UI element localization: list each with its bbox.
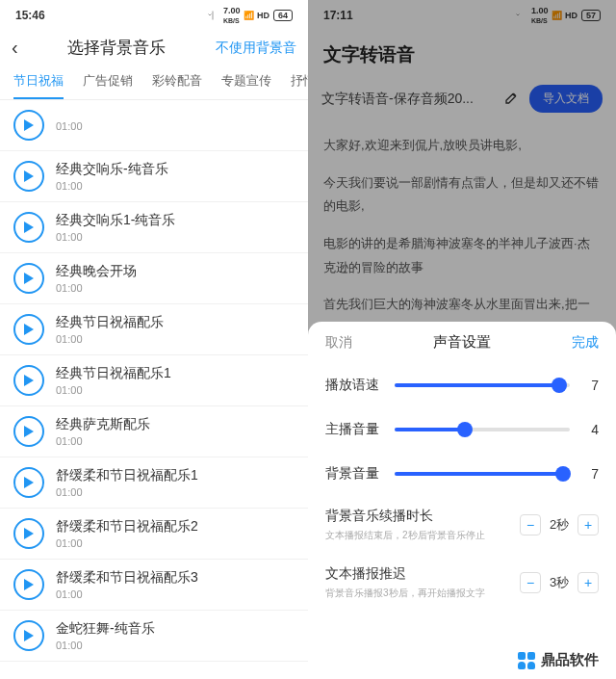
status-bar: 15:46 7.00KB/S 📶 HD 64 — [0, 0, 308, 29]
stepper-value: 2秒 — [547, 516, 572, 534]
item-title: 舒缓柔和节日祝福配乐3 — [56, 569, 295, 587]
play-icon[interactable] — [13, 263, 44, 294]
item-title: 经典节日祝福配乐 — [56, 314, 295, 331]
list-item[interactable]: 经典晚会开场01:00 — [0, 253, 308, 304]
list-item[interactable]: 经典节日祝福配乐101:00 — [0, 355, 308, 406]
play-icon[interactable] — [13, 518, 44, 549]
tab-3[interactable]: 专题宣传 — [221, 72, 271, 99]
item-duration: 01:00 — [56, 231, 295, 243]
tab-0[interactable]: 节日祝福 — [13, 72, 64, 99]
slider-row: 播放语速7 — [308, 363, 616, 407]
setting-row: 文本播报推迟背景音乐播报3秒后，再开始播报文字−3秒+ — [308, 554, 616, 612]
play-icon[interactable] — [13, 161, 44, 192]
play-icon[interactable] — [13, 110, 44, 141]
play-icon[interactable] — [13, 314, 44, 345]
setting-row: 背景音乐续播时长文本播报结束后，2秒后背景音乐停止−2秒+ — [308, 496, 616, 554]
minus-button[interactable]: − — [520, 514, 541, 535]
list-item[interactable]: 经典交响乐-纯音乐01:00 — [0, 151, 308, 202]
status-time: 15:46 — [15, 9, 45, 22]
slider-row: 背景音量7 — [308, 452, 616, 496]
slider-label: 主播音量 — [325, 421, 383, 438]
stepper-value: 3秒 — [547, 574, 572, 591]
tab-4[interactable]: 抒情叫 — [291, 72, 308, 99]
tabs: 节日祝福广告促销彩铃配音专题宣传抒情叫 — [0, 66, 308, 100]
setting-name: 背景音乐续播时长 — [325, 508, 520, 525]
stepper: −3秒+ — [520, 572, 599, 593]
header-title: 选择背景音乐 — [18, 37, 216, 59]
item-duration: 01:00 — [56, 282, 295, 294]
setting-name: 文本播报推迟 — [325, 565, 520, 583]
play-icon[interactable] — [13, 467, 44, 498]
play-icon[interactable] — [13, 212, 44, 243]
slider-track[interactable] — [395, 472, 570, 476]
item-title: 经典晚会开场 — [56, 263, 295, 280]
watermark-logo-icon — [518, 652, 535, 669]
header-action[interactable]: 不使用背景音 — [216, 39, 296, 57]
slider-label: 背景音量 — [325, 465, 383, 483]
item-duration: 01:00 — [56, 384, 295, 396]
item-title: 经典节日祝福配乐1 — [56, 365, 295, 382]
setting-desc: 背景音乐播报3秒后，再开始播报文字 — [325, 587, 520, 600]
list-item[interactable]: 经典交响乐1-纯音乐01:00 — [0, 202, 308, 253]
play-icon[interactable] — [13, 365, 44, 396]
phone-left: 15:46 7.00KB/S 📶 HD 64 ‹ 选择背景音乐 不使用背景音 节… — [0, 0, 308, 679]
item-title: 经典交响乐-纯音乐 — [56, 161, 295, 178]
sound-settings-sheet: 取消 声音设置 完成 播放语速7主播音量4背景音量7 背景音乐续播时长文本播报结… — [308, 322, 616, 679]
item-title: 舒缓柔和节日祝福配乐1 — [56, 467, 295, 484]
slider-value: 4 — [581, 422, 599, 437]
stepper: −2秒+ — [520, 514, 599, 535]
play-icon[interactable] — [13, 569, 44, 600]
item-title: 舒缓柔和节日祝福配乐2 — [56, 518, 295, 535]
plus-button[interactable]: + — [578, 572, 599, 593]
watermark: 鼎品软件 — [512, 649, 604, 671]
cancel-button[interactable]: 取消 — [325, 334, 352, 352]
play-icon[interactable] — [13, 620, 44, 651]
back-icon[interactable]: ‹ — [12, 37, 18, 59]
minus-button[interactable]: − — [520, 572, 541, 593]
item-title: 经典交响乐1-纯音乐 — [56, 212, 295, 229]
done-button[interactable]: 完成 — [572, 334, 599, 352]
item-duration: 01:00 — [56, 537, 295, 549]
tab-1[interactable]: 广告促销 — [83, 72, 133, 99]
list-item[interactable]: 舒缓柔和节日祝福配乐301:00 — [0, 560, 308, 611]
list-item[interactable]: 舒缓柔和节日祝福配乐201:00 — [0, 509, 308, 560]
item-duration: 01:00 — [56, 120, 295, 132]
sheet-header: 取消 声音设置 完成 — [308, 322, 616, 363]
play-icon[interactable] — [13, 416, 44, 447]
header: ‹ 选择背景音乐 不使用背景音 — [0, 29, 308, 66]
tab-2[interactable]: 彩铃配音 — [152, 72, 202, 99]
item-duration: 01:00 — [56, 588, 295, 600]
sheet-title: 声音设置 — [433, 333, 491, 352]
plus-button[interactable]: + — [578, 514, 599, 535]
list-item[interactable]: 舒缓柔和节日祝福配乐101:00 — [0, 457, 308, 509]
phone-right: 17:11 1.00KB/S 📶 HD 57 文字转语音 文字转语音-保存音频2… — [308, 0, 616, 679]
item-duration: 01:00 — [56, 486, 295, 498]
list-item[interactable]: 金蛇狂舞-纯音乐01:00 — [0, 611, 308, 662]
slider-track[interactable] — [395, 428, 570, 431]
item-duration: 01:00 — [56, 180, 295, 192]
slider-track[interactable] — [395, 383, 570, 387]
list-item[interactable]: 01:00 — [0, 100, 308, 151]
list-item[interactable]: 经典节日祝福配乐01:00 — [0, 304, 308, 355]
slider-label: 播放语速 — [325, 377, 383, 394]
slider-row: 主播音量4 — [308, 407, 616, 452]
music-list: 01:00经典交响乐-纯音乐01:00经典交响乐1-纯音乐01:00经典晚会开场… — [0, 100, 308, 662]
item-title: 经典萨克斯配乐 — [56, 416, 295, 433]
watermark-text: 鼎品软件 — [541, 651, 599, 669]
item-duration: 01:00 — [56, 640, 295, 651]
item-title: 金蛇狂舞-纯音乐 — [56, 620, 295, 638]
status-icons: 7.00KB/S 📶 HD 64 — [206, 6, 293, 25]
slider-value: 7 — [581, 466, 599, 482]
item-duration: 01:00 — [56, 435, 295, 447]
list-item[interactable]: 经典萨克斯配乐01:00 — [0, 406, 308, 457]
item-duration: 01:00 — [56, 333, 295, 345]
slider-value: 7 — [581, 378, 599, 393]
setting-desc: 文本播报结束后，2秒后背景音乐停止 — [325, 529, 520, 542]
